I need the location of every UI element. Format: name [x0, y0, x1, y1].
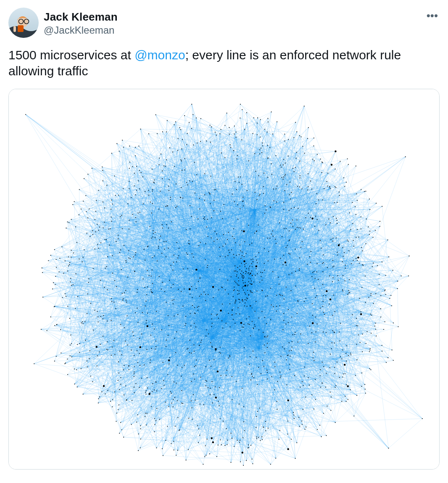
svg-point-7133 [187, 133, 188, 134]
svg-point-7073 [295, 334, 295, 335]
svg-point-6880 [119, 350, 120, 351]
svg-point-7007 [279, 439, 279, 440]
svg-point-6765 [192, 253, 192, 254]
svg-point-7500 [112, 204, 113, 204]
svg-point-7908 [221, 375, 221, 376]
svg-point-8230 [388, 448, 389, 448]
svg-point-7308 [90, 236, 90, 237]
svg-point-8140 [257, 273, 258, 274]
svg-point-6628 [142, 312, 143, 313]
svg-point-7873 [262, 290, 263, 291]
svg-point-6831 [139, 170, 140, 171]
avatar[interactable] [8, 8, 39, 38]
svg-point-6960 [213, 359, 214, 360]
svg-point-7037 [246, 460, 247, 461]
svg-point-7471 [134, 373, 134, 374]
svg-point-7330 [222, 303, 223, 304]
svg-point-7194 [152, 324, 153, 324]
svg-point-8036 [289, 364, 290, 364]
svg-point-7795 [166, 256, 166, 257]
svg-point-7315 [285, 175, 285, 176]
more-menu-button[interactable]: ••• [425, 8, 440, 24]
svg-point-6833 [174, 124, 175, 125]
svg-point-6908 [274, 259, 275, 260]
svg-point-6862 [73, 284, 74, 285]
svg-point-8118 [241, 274, 242, 275]
svg-point-7438 [211, 366, 211, 366]
svg-point-7945 [207, 267, 208, 268]
svg-point-8176 [247, 306, 248, 307]
svg-point-7452 [190, 340, 190, 340]
svg-point-7878 [126, 399, 127, 400]
svg-point-7030 [194, 366, 195, 367]
svg-point-7085 [246, 123, 247, 124]
svg-point-7454 [337, 275, 338, 276]
svg-point-7398 [189, 352, 190, 353]
svg-point-7353 [305, 429, 306, 430]
svg-point-7718 [206, 226, 207, 227]
svg-point-7674 [353, 223, 353, 224]
svg-point-7487 [323, 262, 324, 263]
svg-point-7166 [353, 260, 354, 261]
svg-point-7165 [326, 435, 327, 436]
svg-point-7681 [295, 122, 296, 122]
svg-point-7011 [176, 455, 177, 456]
svg-point-6983 [215, 132, 216, 133]
svg-point-8221 [245, 266, 245, 267]
svg-point-7598 [299, 257, 300, 258]
svg-point-7023 [201, 340, 202, 340]
svg-point-7117 [284, 348, 285, 349]
svg-point-6928 [264, 317, 265, 318]
svg-point-6988 [132, 214, 133, 215]
svg-point-7989 [279, 284, 279, 284]
svg-point-7147 [199, 198, 200, 199]
svg-point-7661 [194, 162, 195, 162]
svg-point-7531 [308, 127, 309, 128]
svg-point-8138 [242, 252, 242, 252]
svg-rect-2 [18, 25, 24, 32]
svg-point-7941 [152, 283, 153, 284]
svg-point-7498 [290, 290, 291, 291]
svg-point-7923 [82, 261, 83, 262]
svg-point-7733 [148, 190, 149, 191]
svg-point-7943 [315, 216, 316, 217]
svg-point-6704 [373, 263, 374, 263]
svg-point-7551 [369, 199, 370, 199]
svg-point-7336 [134, 376, 134, 377]
svg-point-7039 [196, 288, 197, 289]
svg-point-7870 [195, 313, 195, 314]
svg-point-7400 [70, 278, 71, 279]
svg-point-7116 [208, 333, 209, 334]
mention-link[interactable]: @monzo [134, 48, 185, 62]
svg-point-6616 [369, 350, 370, 350]
svg-point-7961 [266, 323, 267, 324]
svg-point-6999 [300, 247, 301, 248]
svg-point-7417 [257, 122, 258, 123]
svg-point-7505 [346, 182, 347, 183]
svg-point-7408 [295, 271, 296, 271]
svg-point-7131 [95, 219, 95, 220]
svg-point-7203 [127, 203, 128, 204]
svg-point-7075 [292, 219, 293, 220]
svg-point-7728 [121, 429, 122, 430]
tweet-media[interactable] [8, 89, 440, 470]
svg-point-7761 [74, 201, 75, 202]
svg-point-7099 [258, 252, 259, 253]
tweet-card: Jack Kleeman @JackKleeman ••• 1500 micro… [0, 0, 448, 480]
svg-point-7268 [248, 323, 248, 324]
svg-point-7006 [116, 241, 116, 242]
svg-point-7518 [42, 297, 43, 297]
author-block[interactable]: Jack Kleeman @JackKleeman [44, 10, 118, 37]
svg-point-6870 [116, 413, 117, 414]
svg-point-7035 [243, 421, 244, 422]
svg-point-7652 [222, 328, 223, 329]
svg-point-7119 [198, 306, 199, 307]
svg-point-6800 [260, 136, 261, 137]
svg-point-6907 [240, 265, 240, 266]
svg-point-7351 [295, 229, 296, 230]
svg-point-7459 [210, 175, 211, 176]
svg-point-7610 [139, 353, 140, 354]
svg-point-8022 [322, 306, 323, 307]
svg-point-8004 [332, 238, 333, 239]
svg-point-7680 [366, 243, 366, 244]
